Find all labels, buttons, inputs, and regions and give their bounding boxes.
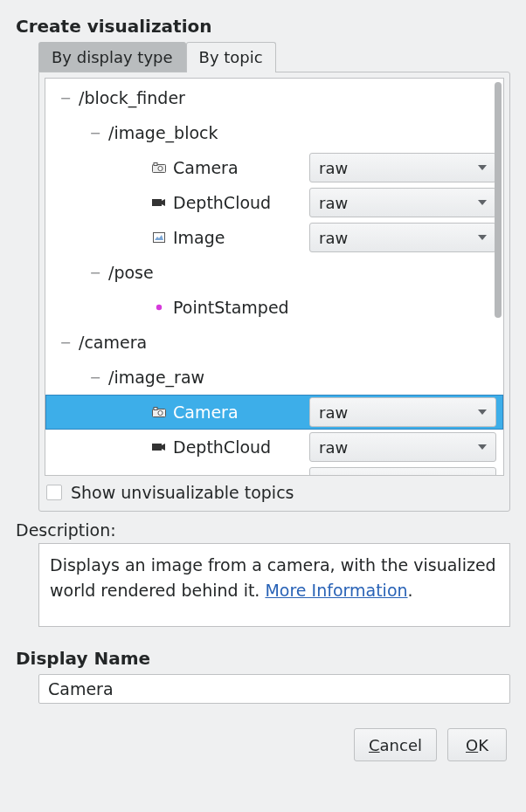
- tree-label: /image_raw: [108, 368, 204, 387]
- tree-node-depthcloud[interactable]: DepthCloud raw: [45, 185, 503, 220]
- transport-combo[interactable]: raw: [309, 467, 496, 476]
- tree-node-camera-topic[interactable]: − /camera: [45, 325, 503, 360]
- combo-value: raw: [319, 229, 471, 247]
- show-unvisualizable-row: Show unvisualizable topics: [45, 476, 504, 506]
- tree-label: Camera: [173, 403, 239, 422]
- expander-icon[interactable]: −: [58, 334, 73, 351]
- display-name-input[interactable]: Camera: [38, 674, 510, 704]
- depthcloud-icon: [150, 438, 168, 456]
- description-label: Description:: [16, 520, 510, 540]
- svg-rect-3: [152, 199, 162, 206]
- create-visualization-dialog: Create visualization By display type By …: [0, 0, 526, 772]
- tree-label: /block_finder: [79, 88, 185, 107]
- point-icon: [150, 299, 168, 316]
- tree-label: Camera: [173, 158, 239, 177]
- tree-node-pose[interactable]: − /pose: [45, 255, 503, 290]
- image-icon: [150, 229, 168, 246]
- svg-point-7: [156, 305, 162, 310]
- tree-label: /image_block: [108, 123, 218, 142]
- tree-label: Image: [173, 472, 225, 476]
- transport-combo[interactable]: raw: [309, 188, 496, 217]
- tab-bar: By display type By topic: [38, 42, 510, 72]
- cancel-button[interactable]: Cancel: [354, 728, 437, 761]
- camera-icon: [150, 403, 168, 421]
- combo-value: raw: [319, 159, 471, 177]
- svg-point-2: [158, 166, 163, 170]
- description-dot: .: [408, 581, 413, 600]
- ok-button[interactable]: OK: [447, 728, 507, 761]
- ok-rest: K: [478, 736, 488, 754]
- transport-combo[interactable]: raw: [309, 153, 496, 182]
- svg-marker-4: [162, 199, 165, 206]
- ok-accel: O: [466, 736, 478, 754]
- chevron-down-icon: [478, 409, 487, 415]
- tree-node-camera-selected[interactable]: Camera raw: [45, 395, 503, 430]
- expander-icon[interactable]: −: [58, 90, 73, 107]
- camera-icon: [150, 159, 168, 176]
- tab-content: − /block_finder − /image_block: [38, 72, 510, 512]
- tree-label: /pose: [108, 263, 154, 282]
- tree-node-block-finder[interactable]: − /block_finder: [45, 80, 503, 115]
- display-name-label: Display Name: [16, 648, 510, 669]
- tree-node-image-block[interactable]: − /image_block: [45, 115, 503, 150]
- tree-node-image[interactable]: Image raw: [45, 464, 503, 476]
- scrollbar-thumb[interactable]: [495, 82, 502, 318]
- combo-value: raw: [319, 194, 471, 212]
- dialog-title: Create visualization: [16, 16, 510, 37]
- expander-icon[interactable]: −: [87, 265, 103, 281]
- chevron-down-icon: [478, 165, 487, 170]
- description-box: Displays an image from a camera, with th…: [38, 543, 510, 627]
- display-name-value: Camera: [48, 679, 114, 698]
- depthcloud-icon: [150, 194, 168, 211]
- combo-value: raw: [319, 438, 471, 457]
- show-unvisualizable-label: Show unvisualizable topics: [71, 483, 294, 502]
- tree-node-camera[interactable]: Camera raw: [45, 150, 503, 185]
- transport-combo[interactable]: raw: [309, 432, 496, 462]
- expander-icon[interactable]: −: [87, 369, 103, 386]
- tree-node-depthcloud[interactable]: DepthCloud raw: [45, 430, 503, 464]
- svg-rect-1: [154, 163, 157, 166]
- svg-rect-9: [154, 408, 157, 410]
- svg-point-10: [158, 410, 163, 415]
- expander-icon[interactable]: −: [87, 125, 103, 141]
- tree-label: Image: [173, 228, 225, 247]
- chevron-down-icon: [478, 235, 487, 240]
- tree-node-image[interactable]: Image raw: [45, 220, 503, 255]
- tabs-area: By display type By topic − /block_finder: [38, 42, 510, 512]
- tree-node-pointstamped[interactable]: PointStamped: [45, 290, 503, 325]
- cancel-rest: ancel: [380, 736, 422, 754]
- cancel-accel: C: [369, 736, 380, 754]
- svg-marker-12: [162, 444, 165, 451]
- chevron-down-icon: [478, 444, 487, 450]
- tree-label: DepthCloud: [173, 437, 271, 457]
- combo-value: raw: [319, 473, 471, 477]
- tree-label: DepthCloud: [173, 193, 271, 212]
- topic-tree[interactable]: − /block_finder − /image_block: [45, 78, 504, 476]
- image-icon: [150, 473, 168, 476]
- more-information-link[interactable]: More Information: [265, 581, 407, 600]
- tab-by-display-type[interactable]: By display type: [38, 42, 186, 72]
- tree-label: PointStamped: [173, 298, 289, 317]
- tree-node-image-raw[interactable]: − /image_raw: [45, 360, 503, 395]
- svg-rect-11: [152, 444, 162, 451]
- dialog-footer: Cancel OK: [16, 728, 510, 761]
- tab-by-topic[interactable]: By topic: [186, 42, 276, 72]
- transport-combo[interactable]: raw: [309, 223, 496, 252]
- svg-rect-5: [154, 233, 165, 243]
- tree-label: /camera: [79, 333, 147, 352]
- combo-value: raw: [319, 403, 471, 422]
- show-unvisualizable-checkbox[interactable]: [46, 485, 62, 500]
- transport-combo[interactable]: raw: [309, 397, 496, 427]
- chevron-down-icon: [478, 200, 487, 205]
